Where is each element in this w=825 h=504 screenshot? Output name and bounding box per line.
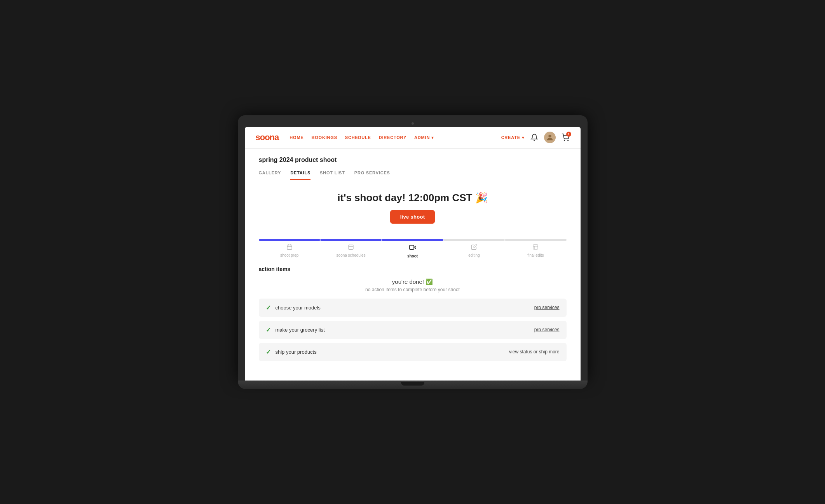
action-item-label-2: make your grocery list [276,327,325,333]
main-content: spring 2024 product shoot GALLERY DETAIL… [245,149,581,381]
pro-services-link-2[interactable]: pro services [534,327,560,332]
nav-admin[interactable]: ADMIN ▾ [414,135,434,140]
progress-section: shoot prep soona schedules [259,231,567,262]
nav-bookings[interactable]: BOOKINGS [312,135,337,140]
bell-icon[interactable] [530,133,539,142]
svg-rect-3 [287,245,292,249]
tabs: GALLERY DETAILS SHOT LIST PRO SERVICES [259,170,567,180]
segment-editing [443,239,505,241]
tab-details[interactable]: DETAILS [290,170,310,180]
svg-rect-12 [533,245,538,249]
step-soona-schedules[interactable]: soona schedules [320,244,382,258]
shoot-day-section: it's shoot day! 12:00pm CST 🎉 live shoot [259,180,567,231]
svg-point-0 [548,135,551,137]
step-shoot[interactable]: shoot [382,244,443,258]
nav-links: HOME BOOKINGS SCHEDULE DIRECTORY ADMIN ▾ [290,135,434,140]
ship-status-link[interactable]: view status or ship more [509,349,559,355]
action-item-left-3: ✓ ship your products [266,348,317,356]
tab-shot-list[interactable]: SHOT LIST [320,170,345,180]
svg-rect-11 [409,245,413,249]
step-final-edits[interactable]: final edits [505,244,566,258]
segment-soona-schedules [320,239,382,241]
cart-badge: 2 [566,132,571,137]
shoot-prep-label: shoot prep [280,253,298,257]
action-item-choose-models: ✓ choose your models pro services [259,299,567,317]
svg-point-2 [567,140,568,141]
done-subtitle: no action items to complete before your … [259,287,567,292]
editing-icon [471,244,477,252]
check-icon-1: ✓ [266,304,271,311]
done-title: you're done! ✅ [259,278,567,285]
action-item-grocery-list: ✓ make your grocery list pro services [259,321,567,339]
tab-pro-services[interactable]: PRO SERVICES [354,170,390,180]
segment-shoot-prep [259,239,320,241]
navbar: soona HOME BOOKINGS SCHEDULE DIRECTORY A… [245,127,581,149]
soona-schedules-icon [348,244,354,252]
svg-point-1 [564,140,565,141]
nav-directory[interactable]: DIRECTORY [379,135,406,140]
action-item-ship-products: ✓ ship your products view status or ship… [259,343,567,361]
page-title: spring 2024 product shoot [259,156,567,163]
tab-gallery[interactable]: GALLERY [259,170,281,180]
check-icon-2: ✓ [266,326,271,334]
cart-icon[interactable]: 2 [561,133,570,142]
shoot-day-title: it's shoot day! 12:00pm CST 🎉 [259,192,567,204]
live-shoot-button[interactable]: live shoot [390,210,435,224]
soona-schedules-label: soona schedules [337,253,366,257]
step-shoot-prep[interactable]: shoot prep [259,244,320,258]
step-editing[interactable]: editing [443,244,505,258]
action-items-title: action items [259,266,567,272]
final-edits-label: final edits [527,253,544,257]
action-item-label-3: ship your products [276,349,317,355]
user-avatar[interactable] [544,132,556,143]
action-item-left-2: ✓ make your grocery list [266,326,325,334]
editing-label: editing [468,253,480,257]
svg-rect-7 [349,245,353,249]
check-icon-3: ✓ [266,348,271,356]
laptop-base [238,381,588,389]
nav-home[interactable]: HOME [290,135,303,140]
final-edits-icon [532,244,539,252]
logo[interactable]: soona [256,132,279,143]
action-items-section: action items you're done! ✅ no action it… [259,262,567,369]
progress-bar [259,239,567,241]
segment-shoot [382,239,443,241]
segment-final-edits [505,239,566,241]
shoot-prep-icon [286,244,293,252]
done-message: you're done! ✅ no action items to comple… [259,278,567,292]
create-button[interactable]: CREATE ▾ [501,135,525,140]
shoot-label: shoot [407,254,418,258]
pro-services-link-1[interactable]: pro services [534,305,560,310]
nav-right: CREATE ▾ [501,132,570,143]
action-item-left-1: ✓ choose your models [266,304,321,311]
shoot-icon [409,244,416,252]
nav-left: soona HOME BOOKINGS SCHEDULE DIRECTORY A… [256,132,434,143]
nav-schedule[interactable]: SCHEDULE [345,135,371,140]
laptop-notch [401,382,424,386]
action-item-label-1: choose your models [276,305,321,311]
progress-steps: shoot prep soona schedules [259,244,567,258]
